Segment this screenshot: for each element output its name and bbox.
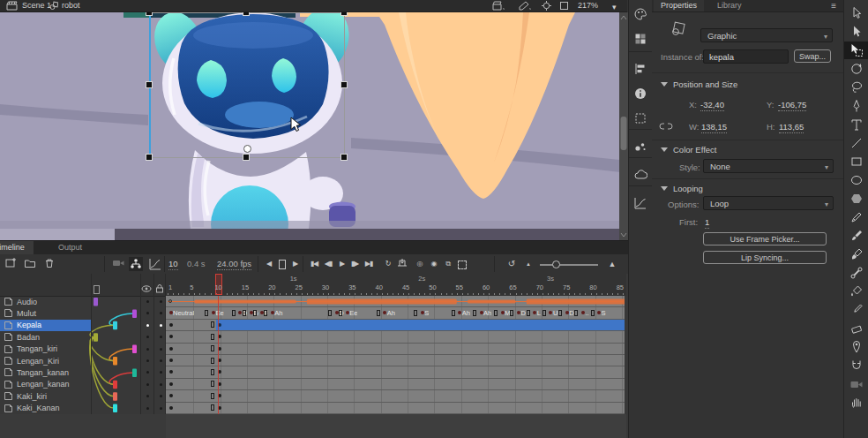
- timeline-zoom-slider-track[interactable]: [540, 264, 598, 266]
- selection-handle[interactable]: [243, 155, 249, 160]
- dock-cc-libraries-icon[interactable]: [633, 168, 647, 182]
- tool-asset-warp[interactable]: [844, 338, 868, 356]
- h-value[interactable]: 113,65: [779, 122, 804, 133]
- layer-name-cell[interactable]: Tangan_kanan: [0, 366, 91, 378]
- layer-lock-dot[interactable]: [160, 359, 162, 362]
- layer-visibility-dot[interactable]: [146, 300, 149, 303]
- fps-field[interactable]: 24.00 fps: [217, 259, 251, 270]
- tool-eraser[interactable]: [844, 320, 868, 337]
- tool-text[interactable]: [844, 116, 868, 133]
- scene-breadcrumb[interactable]: Scene 1: [22, 1, 51, 10]
- reset-timeline-zoom-icon[interactable]: ↺: [505, 257, 519, 271]
- frames-row-Kepala[interactable]: [166, 320, 625, 331]
- phoneme-keyframe-dot[interactable]: [565, 311, 569, 314]
- dock-color-icon[interactable]: [633, 7, 647, 21]
- span-end-marker[interactable]: [494, 310, 498, 316]
- center-stage-icon[interactable]: [542, 1, 551, 11]
- tool-free-transform[interactable]: [844, 42, 868, 59]
- tool-polystar[interactable]: [844, 190, 868, 208]
- layer-name-cell[interactable]: Kepala: [0, 320, 91, 331]
- phoneme-keyframe-dot[interactable]: [238, 311, 242, 314]
- span-end-marker[interactable]: [473, 310, 476, 316]
- layer-visibility-dot[interactable]: [146, 395, 149, 397]
- phoneme-keyframe-dot[interactable]: [421, 311, 424, 314]
- zoom-level[interactable]: 217%: [578, 1, 598, 10]
- zoom-chevron-icon[interactable]: ▾: [612, 3, 617, 11]
- layer-name-cell[interactable]: Lengan_kanan: [0, 379, 91, 390]
- phoneme-keyframe-dot[interactable]: [458, 311, 461, 314]
- stage-canvas[interactable]: [0, 12, 628, 240]
- w-value[interactable]: 138,15: [701, 122, 727, 133]
- span-end-marker[interactable]: [414, 310, 417, 316]
- span-end-marker[interactable]: [211, 369, 214, 375]
- keyframe-dot[interactable]: [169, 382, 173, 386]
- tool-selection[interactable]: [844, 4, 868, 22]
- current-frame-field[interactable]: 10: [168, 259, 178, 270]
- zoom-out-frames-icon[interactable]: ▲: [521, 257, 535, 271]
- keyframe-dot[interactable]: [169, 335, 173, 338]
- dock-frame-picker-icon[interactable]: [633, 196, 647, 210]
- phoneme-keyframe-dot[interactable]: [383, 311, 386, 314]
- selection-handle[interactable]: [341, 155, 347, 160]
- graph-editor-button[interactable]: [148, 257, 162, 271]
- phoneme-keyframe-dot[interactable]: [581, 311, 585, 314]
- span-end-marker[interactable]: [452, 310, 455, 316]
- tab-timeline[interactable]: Timeline: [0, 241, 34, 254]
- frames-row-Mulut[interactable]: NeutralEeDEeFAhDEeAhSAhAhMDLUhD..S: [166, 307, 625, 319]
- go-to-first-frame-icon[interactable]: ▮◀: [307, 257, 321, 271]
- loop-playback-icon[interactable]: ↻: [381, 257, 395, 271]
- selection-handle[interactable]: [146, 12, 152, 15]
- go-to-last-frame-icon[interactable]: ▶▮: [362, 257, 376, 271]
- layer-lock-dot[interactable]: [160, 407, 162, 410]
- layer-lock-dot[interactable]: [160, 395, 162, 397]
- loop-options-dropdown[interactable]: Loop▾: [703, 196, 834, 210]
- dock-brushes-icon[interactable]: [633, 140, 647, 154]
- layer-visibility-dot[interactable]: [146, 336, 149, 338]
- step-back-icon[interactable]: ◀: [262, 257, 276, 271]
- instance-name-field[interactable]: kepala: [703, 49, 789, 64]
- span-end-marker[interactable]: [253, 310, 257, 316]
- keyframe-dot[interactable]: [169, 406, 173, 410]
- step-forward-one-icon[interactable]: ▮▶: [348, 257, 362, 271]
- tool-rectangle[interactable]: [844, 153, 868, 170]
- position-size-section-header[interactable]: Position and Size: [661, 79, 737, 89]
- tool-bone[interactable]: [844, 264, 868, 282]
- frames-row-Lengan_Kiri[interactable]: [166, 355, 625, 366]
- edit-scene-icon[interactable]: [492, 1, 505, 11]
- step-forward-icon[interactable]: ▶: [288, 257, 303, 271]
- layer-lock-dot[interactable]: [160, 324, 162, 327]
- span-end-marker[interactable]: [328, 310, 332, 316]
- layer-lock-dot[interactable]: [160, 312, 162, 314]
- camera-icon[interactable]: [111, 257, 125, 271]
- span-end-marker[interactable]: [542, 310, 546, 316]
- color-style-dropdown[interactable]: None▾: [703, 159, 834, 173]
- phoneme-keyframe-dot[interactable]: [335, 311, 339, 314]
- looping-section-header[interactable]: Looping: [661, 184, 703, 193]
- tool-lasso[interactable]: [844, 79, 868, 96]
- dock-transform-icon[interactable]: [633, 111, 647, 125]
- layer-visibility-dot[interactable]: [146, 383, 149, 386]
- span-end-marker[interactable]: [211, 393, 214, 399]
- tool-gradient-transform[interactable]: [844, 60, 868, 78]
- lip-syncing-button[interactable]: Lip Syncing...: [703, 251, 827, 264]
- phoneme-keyframe-dot[interactable]: [533, 311, 536, 314]
- tool-paint-bucket[interactable]: [844, 283, 868, 300]
- selection-handle[interactable]: [341, 82, 347, 87]
- onion-skin-icon[interactable]: ◎: [413, 257, 427, 271]
- layer-lock-dot[interactable]: [160, 383, 162, 386]
- layer-name-cell[interactable]: Badan: [0, 331, 91, 343]
- lock-column-icon[interactable]: [155, 283, 164, 293]
- tool-camera[interactable]: [844, 375, 868, 393]
- stage-vscroll-handle[interactable]: [621, 117, 627, 150]
- frame-ruler[interactable]: 15101520253035404550556065707580851s2s3s: [166, 274, 626, 296]
- layer-visibility-dot[interactable]: [146, 312, 149, 314]
- layer-visibility-dot[interactable]: [146, 407, 149, 410]
- frames-grid[interactable]: NeutralEeDEeFAhDEeAhSAhAhMDLUhD..S: [166, 296, 626, 414]
- dock-align-icon[interactable]: [633, 62, 647, 76]
- layer-lock-dot[interactable]: [160, 336, 162, 338]
- current-frame-box-icon[interactable]: [275, 257, 289, 271]
- frames-row-Kaki_kiri[interactable]: [166, 390, 625, 402]
- keyframe-dot[interactable]: [169, 323, 173, 327]
- swap-button[interactable]: Swap...: [794, 49, 831, 63]
- y-value[interactable]: -106,75: [778, 100, 806, 111]
